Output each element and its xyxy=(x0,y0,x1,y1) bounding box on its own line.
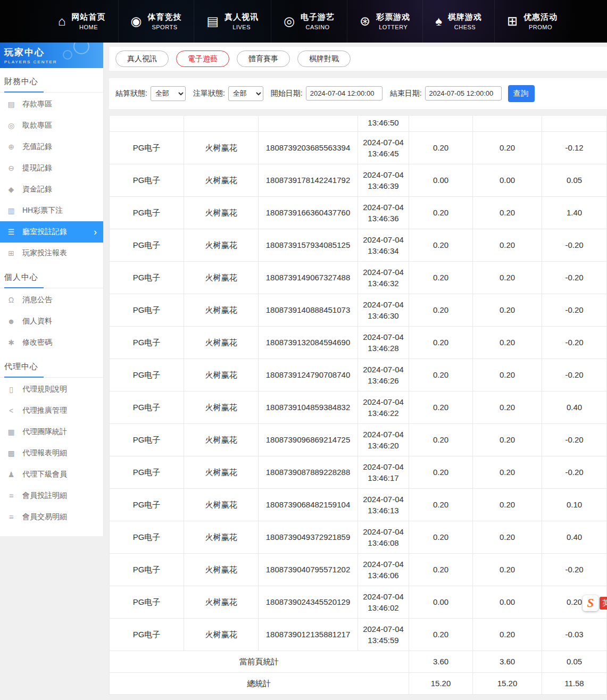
sidebar-item[interactable]: <代理推廣管理 xyxy=(0,400,103,421)
sidebar-item[interactable]: ▯代理規則說明 xyxy=(0,379,103,400)
cell-time: 13:46:06 xyxy=(360,570,406,581)
nav-item-home[interactable]: ⌂网站首页HOME xyxy=(46,0,118,43)
nav-item-lottery[interactable]: ⊛彩票游戏LOTTERY xyxy=(347,0,422,43)
sidebar-item[interactable]: ▥HH彩票下注 xyxy=(0,200,103,221)
cell-date: 2024-07-04 xyxy=(360,494,406,505)
sidebar-item-label: 提現記錄 xyxy=(22,163,52,173)
sidebar-item[interactable]: ⊖提現記錄 xyxy=(0,157,103,179)
sidebar-item[interactable]: ◎取款專區 xyxy=(0,115,103,136)
cell-game: 火树赢花 xyxy=(184,618,259,651)
cell-datetime: 2024-07-0413:46:26 xyxy=(358,359,409,391)
cell-datetime: 2024-07-0413:45:59 xyxy=(358,618,409,651)
player-report-icon: ⊞ xyxy=(7,249,15,257)
cell-winloss: -0.12 xyxy=(542,131,607,164)
cell-order: 1808739104859384832 xyxy=(259,391,358,423)
settle-status-select[interactable]: 全部 xyxy=(151,86,186,101)
total-label: 當前頁統計 xyxy=(110,651,409,672)
cell-valid: 0.20 xyxy=(473,261,542,294)
sidebar-item-label: 代理推廣管理 xyxy=(22,406,67,415)
cell-game: 火树赢花 xyxy=(184,131,259,164)
member-trans-icon: ≡ xyxy=(7,513,15,521)
start-date-label: 開始日期: xyxy=(271,89,303,98)
nav-item-lives[interactable]: ▤真人视讯LIVES xyxy=(194,0,271,43)
cell-time: 13:46:32 xyxy=(360,278,406,289)
sidebar-item[interactable]: Ω消息公告 xyxy=(0,289,103,311)
sidebar-item[interactable]: ▩代理報表明細 xyxy=(0,443,103,464)
grand-total-row: 總統計15.2015.2011.58 xyxy=(110,672,607,694)
cell-platform: PG电子 xyxy=(110,196,184,229)
sidebar-item[interactable]: ▦代理團隊統計 xyxy=(0,421,103,443)
sidebar-item-label: 修改密碼 xyxy=(22,338,52,347)
share-icon: < xyxy=(7,407,15,414)
cell-time: 13:46:50 xyxy=(360,117,406,128)
cell-game: 火树赢花 xyxy=(184,488,259,521)
cell-game: 火树赢花 xyxy=(184,326,259,359)
cell-datetime: 2024-07-0413:46:30 xyxy=(358,294,409,326)
cell-platform: PG电子 xyxy=(110,521,184,553)
start-date-input[interactable] xyxy=(306,86,383,101)
sub-members-icon: ♟ xyxy=(7,471,15,478)
cell-order: 1808739132084594690 xyxy=(259,326,358,359)
tab-pill[interactable]: 真人視訊 xyxy=(115,51,169,67)
cell-order: 1808739040795571202 xyxy=(259,553,358,586)
cell-bet: 0.20 xyxy=(409,294,473,326)
sidebar-item[interactable]: ✱修改密碼 xyxy=(0,332,103,353)
order-status-select[interactable]: 全部 xyxy=(228,86,263,101)
cell-time: 13:46:34 xyxy=(360,245,406,256)
cell-platform: PG电子 xyxy=(110,618,184,651)
sidebar-item[interactable]: ▤存款專區 xyxy=(0,94,103,115)
ime-mode-badge[interactable]: 英 xyxy=(600,597,607,610)
end-date-input[interactable] xyxy=(425,86,502,101)
withdraw-record-icon: ⊖ xyxy=(7,164,15,172)
cell-game: 火树赢花 xyxy=(184,553,259,586)
cell-bet: 0.20 xyxy=(409,553,473,586)
cell-date: 2024-07-04 xyxy=(360,526,406,537)
sidebar-item[interactable]: ☰廳室投註記錄› xyxy=(0,221,103,243)
sidebar-item[interactable]: ≡會員投註明細 xyxy=(0,485,103,506)
tab-pill[interactable]: 電子遊藝 xyxy=(176,51,229,67)
spade-icon: ♠ xyxy=(435,15,442,28)
sidebar-item-label: 代理下級會員 xyxy=(22,470,67,479)
sidebar-item[interactable]: ⊞玩家投注報表 xyxy=(0,243,103,264)
nav-item-text: 电子游艺CASINO xyxy=(301,12,335,30)
sidebar-item[interactable]: ☻個人資料 xyxy=(0,311,103,332)
table-row: PG电子火树赢花18087390878892282882024-07-0413:… xyxy=(110,456,607,488)
nav-item-text: 网站首页HOME xyxy=(72,12,106,30)
cell-order: 1808739049372921859 xyxy=(259,521,358,553)
sidebar-item[interactable]: ♟代理下級會員 xyxy=(0,464,103,485)
cell-order xyxy=(259,116,358,132)
cell-order: 1808739203685563394 xyxy=(259,131,358,164)
total-label: 總統計 xyxy=(110,672,409,694)
cell-winloss: -0.20 xyxy=(542,423,607,456)
cell-datetime: 2024-07-0413:46:17 xyxy=(358,456,409,488)
sidebar-item-label: 個人資料 xyxy=(22,316,52,326)
sidebar-item[interactable]: ◆資金記錄 xyxy=(0,179,103,200)
sidebar-item[interactable]: ⊕充值記錄 xyxy=(0,136,103,157)
cell-winloss: -0.20 xyxy=(542,294,607,326)
nav-item-promo[interactable]: ⊞优惠活动PROMO xyxy=(494,0,570,43)
profile-icon: ☻ xyxy=(7,318,15,325)
nav-item-sports[interactable]: ◉体育竞技SPORTS xyxy=(118,0,194,43)
cell-winloss: 0.40 xyxy=(542,391,607,423)
sogou-logo-icon[interactable]: S xyxy=(583,595,598,611)
nav-item-chess[interactable]: ♠棋牌游戏CHESS xyxy=(422,0,494,43)
tab-pill[interactable]: 體育賽事 xyxy=(237,51,290,67)
nav-item-casino[interactable]: ◎电子游艺CASINO xyxy=(271,0,347,43)
sidebar-title: 玩家中心 xyxy=(4,46,103,59)
cell-winloss: -0.20 xyxy=(542,359,607,391)
cell-game: 火树赢花 xyxy=(184,391,259,423)
cell-game: 火树赢花 xyxy=(184,359,259,391)
home-icon: ⌂ xyxy=(58,15,66,28)
tab-pill[interactable]: 棋牌對戰 xyxy=(297,51,351,67)
sidebar-item[interactable]: ≡會員交易明細 xyxy=(0,506,103,528)
search-button[interactable]: 查詢 xyxy=(508,85,535,102)
cell-order: 1808739124790708740 xyxy=(259,359,358,391)
member-bets-icon: ≡ xyxy=(7,492,15,499)
cell-bet: 0.20 xyxy=(409,196,473,229)
cell-bet: 0.00 xyxy=(409,586,473,618)
cell-game: 火树赢花 xyxy=(184,196,259,229)
cell-game: 火树赢花 xyxy=(184,586,259,618)
cell-order: 1808739157934085125 xyxy=(259,229,358,261)
table-row: PG电子火树赢花18087390121358812172024-07-0413:… xyxy=(110,618,607,651)
nav-label-en: CASINO xyxy=(306,24,330,30)
